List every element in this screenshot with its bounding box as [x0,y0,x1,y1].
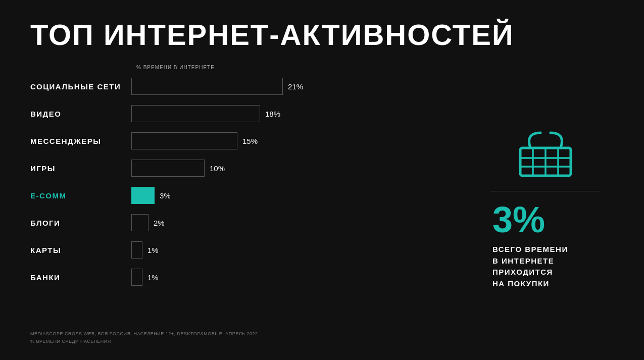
bar-container: 2% [131,214,171,231]
big-percent: 3% [492,201,545,238]
bar-container: 1% [131,269,165,286]
bar-percent: 1% [147,246,165,254]
bar-percent: 2% [154,219,171,227]
basket-icon [515,130,576,181]
row-label: КАРТЫ [30,246,131,254]
bar-container: 10% [131,160,227,177]
bar-rows-container: СОЦИАЛЬНЫЕ СЕТИ21%ВИДЕО18%МЕССЕНДЖЕРЫ15%… [30,77,462,295]
bar [131,241,142,259]
bar-percent: 21% [288,82,306,91]
bar-row: КАРТЫ1% [30,241,462,259]
row-label: БАНКИ [30,273,131,282]
footnote-line1: MEDIASCOPE CROSS WEB, ВСЯ РОССИЯ, НАСЕЛЕ… [30,330,462,337]
page-container: ТОП ИНТЕРНЕТ-АКТИВНОСТЕЙ % ВРЕМЕНИ В ИНТ… [0,0,644,360]
row-label: E-COMM [30,191,131,200]
bar-row: БЛОГИ2% [30,214,462,232]
bar [131,187,155,204]
bar-row: ВИДЕО18% [30,105,462,123]
bar-percent: 18% [265,110,283,118]
row-label: СОЦИАЛЬНЫЕ СЕТИ [30,82,131,91]
bar-container: 1% [131,241,165,259]
bar-row: ИГРЫ10% [30,159,462,177]
footnote: MEDIASCOPE CROSS WEB, ВСЯ РОССИЯ, НАСЕЛЕ… [30,325,462,345]
bar-container: 15% [131,132,260,149]
row-label: ВИДЕО [30,110,131,118]
bar [131,132,237,149]
column-header: % ВРЕМЕНИ В ИНТЕРНЕТЕ [136,65,462,70]
bar-percent: 15% [242,137,260,145]
page-title: ТОП ИНТЕРНЕТ-АКТИВНОСТЕЙ [30,20,614,49]
bar-row: БАНКИ1% [30,268,462,286]
footnote-line2: % ВРЕМЕНИ СРЕДИ НАСЕЛЕНИЯ [30,338,462,345]
bar-container: 21% [131,78,306,95]
bar-percent: 10% [210,164,227,173]
row-label: ИГРЫ [30,164,131,173]
bar-row: МЕССЕНДЖЕРЫ15% [30,132,462,150]
bar-row: СОЦИАЛЬНЫЕ СЕТИ21% [30,77,462,95]
bar-container: 18% [131,105,283,122]
bar-container: 3% [131,187,177,204]
bar-row: E-COMM3% [30,186,462,204]
bar-percent: 3% [160,191,177,200]
divider [490,191,601,192]
percent-description: ВСЕГО ВРЕМЕНИ В ИНТЕРНЕТЕ ПРИХОДИТСЯ НА … [492,244,568,289]
bar [131,105,260,122]
row-label: БЛОГИ [30,219,131,227]
row-label: МЕССЕНДЖЕРЫ [30,137,131,145]
bar [131,160,205,177]
right-section: 3% ВСЕГО ВРЕМЕНИ В ИНТЕРНЕТЕ ПРИХОДИТСЯ … [462,65,614,345]
bar-percent: 1% [147,273,165,282]
bar [131,214,148,231]
bar [131,78,283,95]
left-section: % ВРЕМЕНИ В ИНТЕРНЕТЕ СОЦИАЛЬНЫЕ СЕТИ21%… [30,65,462,345]
content-area: % ВРЕМЕНИ В ИНТЕРНЕТЕ СОЦИАЛЬНЫЕ СЕТИ21%… [30,65,614,345]
bar [131,269,142,286]
